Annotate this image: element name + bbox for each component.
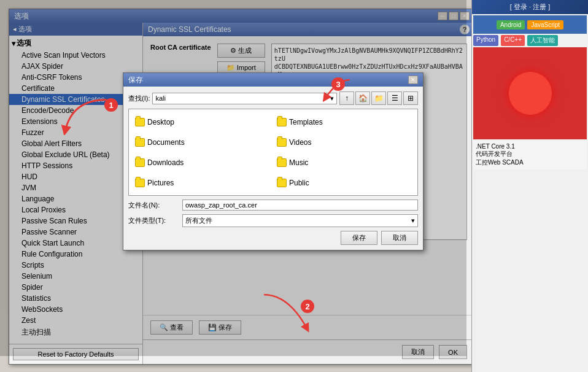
folder-icon	[135, 179, 145, 187]
file-item-downloads[interactable]: Downloads	[131, 152, 273, 172]
scada-text: 工控Web SCADA	[476, 159, 524, 166]
file-name: Templates	[289, 118, 323, 126]
location-text: kali	[155, 95, 166, 102]
save-dialog-close[interactable]: ✕	[408, 76, 418, 84]
folder-icon	[135, 138, 145, 147]
folder-icon	[277, 118, 287, 126]
filename-row: 文件名(N):	[128, 200, 418, 211]
save-dialog-title: 保存	[128, 75, 143, 85]
android-badge: Android	[497, 20, 525, 29]
python-link[interactable]: Python	[473, 35, 498, 46]
save-dialog-body: 查找(I): kali ▾ ↑ 🏠 📁 ☰ ⊞ Desktop Template…	[123, 87, 423, 250]
file-item-desktop[interactable]: Desktop	[131, 112, 273, 132]
file-name: Music	[289, 158, 308, 167]
bg-panel-buttons: Android JavaScript	[473, 15, 587, 34]
file-name: Desktop	[147, 118, 174, 126]
home-button[interactable]: 🏠	[355, 91, 370, 105]
bg-panel-text: .NET Core 3.1 代码开发平台 工控Web SCADA	[473, 141, 587, 169]
filetype-value: 所有文件	[185, 216, 212, 225]
file-name: Downloads	[147, 158, 184, 167]
filetype-row: 文件类型(T): 所有文件 ▾	[128, 214, 418, 227]
net-core-text: .NET Core 3.1	[476, 143, 515, 150]
folder-icon	[135, 158, 145, 167]
new-folder-button[interactable]: 📁	[371, 91, 386, 105]
save-buttons: 保存 取消	[128, 231, 418, 245]
look-in-label: 查找(I):	[128, 94, 150, 103]
save-dialog-titlebar: 保存 ✕	[123, 73, 423, 87]
js-badge: JavaScript	[527, 20, 563, 29]
ai-link[interactable]: 人工智能	[527, 35, 558, 46]
save-dialog-save-button[interactable]: 保存	[341, 231, 377, 245]
file-name: Public	[289, 179, 309, 187]
file-list[interactable]: Desktop Templates Documents Videos Downl…	[128, 109, 418, 196]
folder-icon	[277, 138, 287, 147]
up-folder-button[interactable]: ↑	[339, 91, 354, 105]
filetype-combo[interactable]: 所有文件 ▾	[182, 214, 418, 227]
bg-panel-title: [ 登录 · 注册 ]	[510, 3, 550, 10]
filename-input[interactable]	[182, 200, 418, 211]
file-item-pictures[interactable]: Pictures	[131, 172, 273, 193]
bg-panel: [ 登录 · 注册 ] Android JavaScript Python C/…	[471, 0, 588, 372]
folder-icon	[135, 118, 145, 126]
save-toolbar: 查找(I): kali ▾ ↑ 🏠 📁 ☰ ⊞	[128, 91, 418, 105]
dev-text: 代码开发平台	[476, 150, 513, 157]
folder-icon	[277, 179, 287, 187]
toolbar-icons: ↑ 🏠 📁 ☰ ⊞	[339, 91, 418, 105]
filetype-label: 文件类型(T):	[128, 216, 177, 225]
filename-label: 文件名(N):	[128, 201, 177, 210]
file-item-videos[interactable]: Videos	[273, 132, 415, 152]
cpp-link[interactable]: C/C++	[501, 35, 525, 46]
bg-panel-top: [ 登录 · 注册 ]	[472, 0, 588, 14]
bg-circle	[509, 72, 552, 115]
file-name: Pictures	[147, 179, 174, 187]
bg-panel-image	[473, 47, 587, 139]
file-item-templates[interactable]: Templates	[273, 112, 415, 132]
folder-icon	[277, 158, 287, 167]
combo-arrow: ▾	[330, 95, 334, 103]
list-view-button[interactable]: ☰	[387, 91, 402, 105]
filetype-arrow: ▾	[411, 217, 415, 225]
file-item-public[interactable]: Public	[273, 172, 415, 193]
bg-panel-links: Python C/C++ 人工智能	[473, 35, 587, 46]
file-item-music[interactable]: Music	[273, 152, 415, 172]
file-item-documents[interactable]: Documents	[131, 132, 273, 152]
file-name: Documents	[147, 138, 185, 147]
location-combo[interactable]: kali ▾	[152, 93, 337, 104]
save-dialog-cancel-button[interactable]: 取消	[381, 231, 418, 245]
save-dialog: 保存 ✕ 查找(I): kali ▾ ↑ 🏠 📁 ☰ ⊞ Desktop	[123, 72, 424, 250]
file-name: Videos	[289, 138, 311, 147]
detail-view-button[interactable]: ⊞	[403, 91, 418, 105]
